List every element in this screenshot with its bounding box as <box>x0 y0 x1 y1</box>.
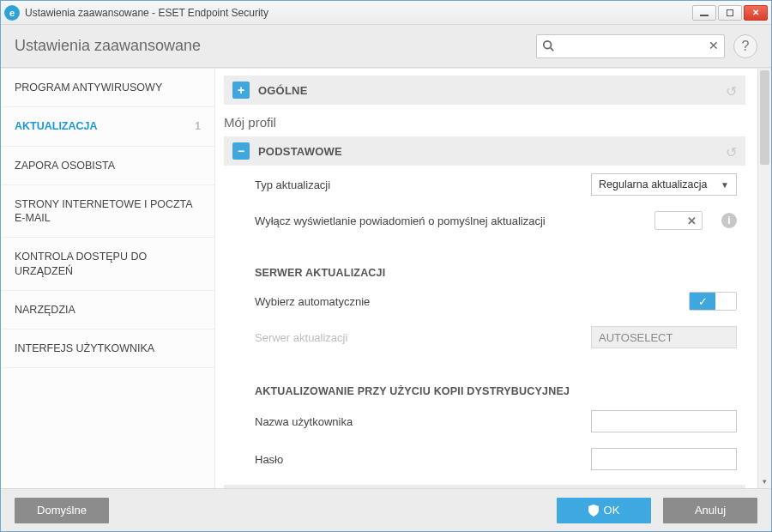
toggle-on-indicator: ✓ <box>690 293 715 310</box>
maximize-icon <box>727 9 733 16</box>
ok-button[interactable]: OK <box>557 498 651 523</box>
section-header-basic[interactable]: PODSTAWOWE ↺ <box>224 136 745 166</box>
scroll-down-arrow-icon[interactable]: ▾ <box>758 475 771 488</box>
row-label: Hasło <box>255 453 591 466</box>
auto-select-toggle[interactable]: ✓ <box>689 292 737 311</box>
main-area: PROGRAM ANTYWIRUSOWY AKTUALIZACJA 1 ZAPO… <box>1 68 771 488</box>
section-header-update-mode[interactable]: TRYB AKTUALIZACJI ↺ <box>224 485 745 488</box>
sidebar-item-antivirus[interactable]: PROGRAM ANTYWIRUSOWY <box>1 69 214 107</box>
row-password: Hasło <box>224 440 745 478</box>
shield-icon <box>588 505 599 517</box>
defaults-button[interactable]: Domyślne <box>15 498 109 523</box>
password-input[interactable] <box>591 448 737 470</box>
titlebar: e Ustawienia zaawansowane - ESET Endpoin… <box>1 1 771 25</box>
subheader-distribution-copy: AKTUALIZOWANIE PRZY UŻYCIU KOPII DYSTRYB… <box>224 373 745 402</box>
sidebar-item-web-email[interactable]: STRONY INTERNETOWE I POCZTA E-MAIL <box>1 185 214 239</box>
minimize-icon <box>700 15 709 16</box>
section-basic: PODSTAWOWE ↺ Typ aktualizacji Regularna … <box>224 136 745 478</box>
app-logo-icon: e <box>4 5 20 21</box>
username-input[interactable] <box>591 410 737 432</box>
sidebar-item-label: KONTROLA DOSTĘPU DO URZĄDZEŃ <box>15 250 201 278</box>
ok-button-label: OK <box>604 504 620 517</box>
sidebar-item-badge: 1 <box>195 120 201 134</box>
section-update-mode: TRYB AKTUALIZACJI ↺ <box>224 485 745 488</box>
search-field-wrap: ✕ <box>536 34 725 58</box>
select-value: Regularna aktualizacja <box>599 178 707 190</box>
sidebar-item-tools[interactable]: NARZĘDZIA <box>1 291 214 329</box>
row-username: Nazwa użytkownika <box>224 402 745 440</box>
window-title: Ustawienia zaawansowane - ESET Endpoint … <box>25 7 687 19</box>
collapse-icon[interactable] <box>232 142 250 160</box>
row-label: Wyłącz wyświetlanie powiadomień o pomyśl… <box>255 215 654 227</box>
svg-point-0 <box>544 40 552 48</box>
content-scroll[interactable]: OGÓLNE ↺ Mój profil PODSTAWOWE ↺ Typ akt… <box>215 69 757 488</box>
update-type-select[interactable]: Regularna aktualizacja ▼ <box>591 173 737 196</box>
profile-heading: Mój profil <box>224 115 745 130</box>
sidebar-item-ui[interactable]: INTERFEJS UŻYTKOWNIKA <box>1 329 214 368</box>
row-label: Nazwa użytkownika <box>255 415 591 428</box>
sidebar-item-label: ZAPORA OSOBISTA <box>15 159 115 172</box>
close-button[interactable]: ✕ <box>744 5 768 21</box>
scrollbar-thumb[interactable] <box>760 70 769 165</box>
section-general: OGÓLNE ↺ <box>224 76 745 105</box>
subheader-update-server: SERWER AKTUALIZACJI <box>224 255 745 284</box>
content-pane: OGÓLNE ↺ Mój profil PODSTAWOWE ↺ Typ akt… <box>215 69 771 488</box>
app-window: e Ustawienia zaawansowane - ESET Endpoin… <box>0 0 772 532</box>
update-server-input <box>591 326 737 348</box>
row-update-server: Serwer aktualizacji <box>224 318 745 356</box>
window-controls: ✕ <box>692 5 768 21</box>
row-disable-success-notif: Wyłącz wyświetlanie powiadomień o pomyśl… <box>224 203 745 238</box>
svg-line-1 <box>551 47 554 51</box>
section-title: PODSTAWOWE <box>258 145 342 158</box>
chevron-down-icon: ▼ <box>721 180 729 190</box>
sidebar-item-device-control[interactable]: KONTROLA DOSTĘPU DO URZĄDZEŃ <box>1 238 214 291</box>
maximize-button[interactable] <box>718 5 742 21</box>
row-auto-select: Wybierz automatycznie ✓ <box>224 284 745 318</box>
cancel-button[interactable]: Anuluj <box>663 498 757 523</box>
close-icon: ✕ <box>752 8 759 17</box>
row-label: Typ aktualizacji <box>255 178 591 191</box>
sidebar-item-update[interactable]: AKTUALIZACJA 1 <box>1 107 214 146</box>
spacer <box>224 356 745 373</box>
row-label: Serwer aktualizacji <box>255 331 591 344</box>
section-header-general[interactable]: OGÓLNE ↺ <box>224 76 745 105</box>
spacer <box>224 238 745 255</box>
sidebar-item-firewall[interactable]: ZAPORA OSOBISTA <box>1 147 214 185</box>
expand-icon[interactable] <box>232 82 250 99</box>
help-button[interactable]: ? <box>733 34 757 58</box>
reset-section-icon[interactable]: ↺ <box>726 83 737 100</box>
sidebar-item-label: INTERFEJS UŻYTKOWNIKA <box>15 342 154 355</box>
sidebar-item-label: AKTUALIZACJA <box>15 119 98 133</box>
reset-section-icon[interactable]: ↺ <box>726 144 737 160</box>
disable-notif-toggle[interactable]: ✕ <box>654 211 703 230</box>
search-icon <box>542 39 554 54</box>
sidebar-item-label: PROGRAM ANTYWIRUSOWY <box>15 81 162 94</box>
clear-search-icon[interactable]: ✕ <box>709 39 719 52</box>
sidebar-item-label: NARZĘDZIA <box>15 303 75 317</box>
page-title: Ustawienia zaawansowane <box>15 37 528 55</box>
footer: Domyślne OK Anuluj <box>1 488 771 531</box>
minimize-button[interactable] <box>692 5 716 21</box>
section-title: OGÓLNE <box>258 84 308 97</box>
search-input[interactable] <box>536 34 725 58</box>
header-bar: Ustawienia zaawansowane ✕ ? <box>1 25 771 68</box>
info-icon[interactable]: i <box>721 213 737 228</box>
sidebar: PROGRAM ANTYWIRUSOWY AKTUALIZACJA 1 ZAPO… <box>1 69 215 488</box>
row-update-type: Typ aktualizacji Regularna aktualizacja … <box>224 166 745 203</box>
row-label: Wybierz automatycznie <box>255 295 689 308</box>
sidebar-item-label: STRONY INTERNETOWE I POCZTA E-MAIL <box>15 197 201 226</box>
vertical-scrollbar[interactable]: ▾ <box>757 69 771 488</box>
